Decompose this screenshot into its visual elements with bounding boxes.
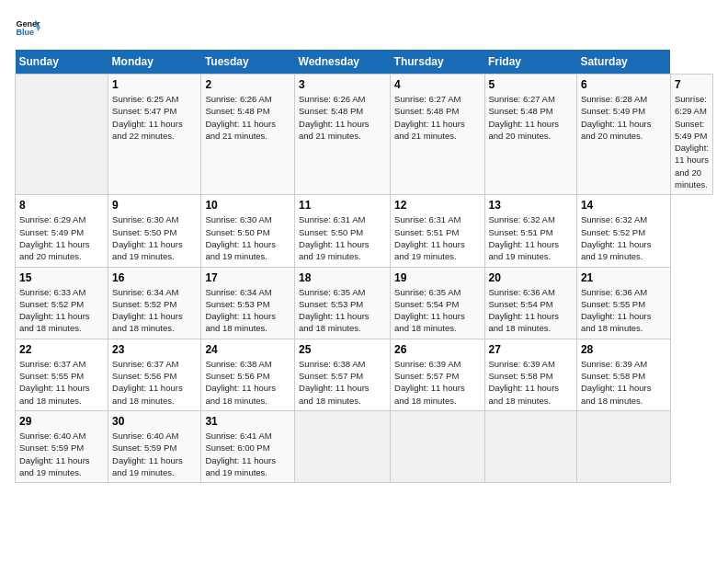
day-content: Sunrise: 6:37 AM Sunset: 5:56 PM Dayligh… (112, 358, 197, 407)
day-content: Sunrise: 6:35 AM Sunset: 5:54 PM Dayligh… (394, 286, 480, 335)
calendar-cell: 1Sunrise: 6:25 AM Sunset: 5:47 PM Daylig… (108, 75, 201, 195)
calendar-week-row: 1Sunrise: 6:25 AM Sunset: 5:47 PM Daylig… (16, 75, 713, 195)
header: General Blue (15, 15, 713, 40)
day-content: Sunrise: 6:26 AM Sunset: 5:48 PM Dayligh… (205, 93, 290, 142)
day-number: 15 (19, 271, 104, 284)
day-content: Sunrise: 6:27 AM Sunset: 5:48 PM Dayligh… (394, 93, 480, 142)
day-header-monday: Monday (108, 50, 201, 75)
calendar-cell (295, 410, 391, 482)
day-header-friday: Friday (484, 50, 576, 75)
day-content: Sunrise: 6:28 AM Sunset: 5:49 PM Dayligh… (581, 93, 666, 142)
day-content: Sunrise: 6:30 AM Sunset: 5:50 PM Dayligh… (112, 213, 197, 262)
calendar-cell: 3Sunrise: 6:26 AM Sunset: 5:48 PM Daylig… (295, 75, 391, 195)
calendar-cell: 19Sunrise: 6:35 AM Sunset: 5:54 PM Dayli… (391, 267, 484, 339)
day-content: Sunrise: 6:38 AM Sunset: 5:56 PM Dayligh… (205, 358, 290, 407)
day-content: Sunrise: 6:36 AM Sunset: 5:54 PM Dayligh… (489, 286, 573, 335)
day-content: Sunrise: 6:34 AM Sunset: 5:53 PM Dayligh… (205, 286, 290, 335)
day-number: 29 (19, 415, 104, 428)
day-number: 26 (394, 343, 480, 356)
day-number: 10 (205, 199, 290, 212)
calendar-cell: 8Sunrise: 6:29 AM Sunset: 5:49 PM Daylig… (16, 195, 108, 267)
day-header-saturday: Saturday (576, 50, 670, 75)
day-header-sunday: Sunday (16, 50, 108, 75)
day-number: 27 (489, 343, 573, 356)
day-content: Sunrise: 6:36 AM Sunset: 5:55 PM Dayligh… (581, 286, 666, 335)
calendar-week-row: 22Sunrise: 6:37 AM Sunset: 5:55 PM Dayli… (16, 339, 713, 410)
day-header-wednesday: Wednesday (295, 50, 391, 75)
calendar-cell: 24Sunrise: 6:38 AM Sunset: 5:56 PM Dayli… (201, 339, 295, 410)
day-number: 9 (112, 199, 197, 212)
day-number: 20 (489, 271, 573, 284)
calendar-cell: 31Sunrise: 6:41 AM Sunset: 6:00 PM Dayli… (201, 410, 295, 482)
calendar-cell: 5Sunrise: 6:27 AM Sunset: 5:48 PM Daylig… (484, 75, 576, 195)
day-content: Sunrise: 6:31 AM Sunset: 5:50 PM Dayligh… (299, 213, 386, 262)
day-number: 30 (112, 415, 197, 428)
calendar-cell: 6Sunrise: 6:28 AM Sunset: 5:49 PM Daylig… (576, 75, 670, 195)
calendar-cell (391, 410, 484, 482)
day-content: Sunrise: 6:41 AM Sunset: 6:00 PM Dayligh… (205, 430, 290, 478)
calendar-cell: 9Sunrise: 6:30 AM Sunset: 5:50 PM Daylig… (108, 195, 201, 267)
calendar-cell: 26Sunrise: 6:39 AM Sunset: 5:57 PM Dayli… (391, 339, 484, 410)
calendar-cell: 10Sunrise: 6:30 AM Sunset: 5:50 PM Dayli… (201, 195, 295, 267)
day-number: 12 (394, 199, 480, 212)
day-content: Sunrise: 6:26 AM Sunset: 5:48 PM Dayligh… (299, 93, 386, 142)
day-content: Sunrise: 6:39 AM Sunset: 5:58 PM Dayligh… (581, 358, 666, 407)
calendar-cell: 22Sunrise: 6:37 AM Sunset: 5:55 PM Dayli… (16, 339, 108, 410)
calendar-week-row: 15Sunrise: 6:33 AM Sunset: 5:52 PM Dayli… (16, 267, 713, 339)
day-header-thursday: Thursday (391, 50, 484, 75)
day-number: 28 (581, 343, 666, 356)
calendar-cell: 27Sunrise: 6:39 AM Sunset: 5:58 PM Dayli… (484, 339, 576, 410)
calendar-header-row: SundayMondayTuesdayWednesdayThursdayFrid… (16, 50, 713, 75)
calendar-cell: 14Sunrise: 6:32 AM Sunset: 5:52 PM Dayli… (576, 195, 670, 267)
calendar-cell: 13Sunrise: 6:32 AM Sunset: 5:51 PM Dayli… (484, 195, 576, 267)
day-content: Sunrise: 6:34 AM Sunset: 5:52 PM Dayligh… (112, 286, 197, 335)
day-number: 19 (394, 271, 480, 284)
calendar-cell: 21Sunrise: 6:36 AM Sunset: 5:55 PM Dayli… (576, 267, 670, 339)
calendar-cell: 28Sunrise: 6:39 AM Sunset: 5:58 PM Dayli… (576, 339, 670, 410)
day-header-tuesday: Tuesday (201, 50, 295, 75)
calendar-cell: 2Sunrise: 6:26 AM Sunset: 5:48 PM Daylig… (201, 75, 295, 195)
day-content: Sunrise: 6:32 AM Sunset: 5:52 PM Dayligh… (581, 213, 666, 262)
calendar-cell (576, 410, 670, 482)
day-content: Sunrise: 6:30 AM Sunset: 5:50 PM Dayligh… (205, 213, 290, 262)
day-number: 8 (19, 199, 104, 212)
day-content: Sunrise: 6:40 AM Sunset: 5:59 PM Dayligh… (19, 430, 104, 478)
calendar-cell: 17Sunrise: 6:34 AM Sunset: 5:53 PM Dayli… (201, 267, 295, 339)
day-number: 25 (299, 343, 386, 356)
calendar-cell: 7Sunrise: 6:29 AM Sunset: 5:49 PM Daylig… (670, 75, 712, 195)
calendar-cell: 11Sunrise: 6:31 AM Sunset: 5:50 PM Dayli… (295, 195, 391, 267)
calendar-cell: 15Sunrise: 6:33 AM Sunset: 5:52 PM Dayli… (16, 267, 108, 339)
calendar-table: SundayMondayTuesdayWednesdayThursdayFrid… (15, 50, 713, 483)
day-content: Sunrise: 6:31 AM Sunset: 5:51 PM Dayligh… (394, 213, 480, 262)
calendar-cell (16, 75, 108, 195)
day-number: 4 (394, 78, 480, 91)
day-content: Sunrise: 6:39 AM Sunset: 5:58 PM Dayligh… (489, 358, 573, 407)
day-number: 24 (205, 343, 290, 356)
day-number: 16 (112, 271, 197, 284)
day-number: 13 (489, 199, 573, 212)
day-number: 5 (489, 78, 573, 91)
calendar-week-row: 29Sunrise: 6:40 AM Sunset: 5:59 PM Dayli… (16, 410, 713, 482)
calendar-cell: 18Sunrise: 6:35 AM Sunset: 5:53 PM Dayli… (295, 267, 391, 339)
day-number: 21 (581, 271, 666, 284)
day-content: Sunrise: 6:29 AM Sunset: 5:49 PM Dayligh… (19, 213, 104, 262)
calendar-cell: 25Sunrise: 6:38 AM Sunset: 5:57 PM Dayli… (295, 339, 391, 410)
day-number: 3 (299, 78, 386, 91)
day-number: 17 (205, 271, 290, 284)
day-content: Sunrise: 6:40 AM Sunset: 5:59 PM Dayligh… (112, 430, 197, 478)
calendar-cell: 30Sunrise: 6:40 AM Sunset: 5:59 PM Dayli… (108, 410, 201, 482)
day-number: 14 (581, 199, 666, 212)
day-content: Sunrise: 6:25 AM Sunset: 5:47 PM Dayligh… (112, 93, 197, 142)
calendar-cell: 23Sunrise: 6:37 AM Sunset: 5:56 PM Dayli… (108, 339, 201, 410)
calendar-cell: 4Sunrise: 6:27 AM Sunset: 5:48 PM Daylig… (391, 75, 484, 195)
day-content: Sunrise: 6:35 AM Sunset: 5:53 PM Dayligh… (299, 286, 386, 335)
day-number: 31 (205, 415, 290, 428)
calendar-cell: 12Sunrise: 6:31 AM Sunset: 5:51 PM Dayli… (391, 195, 484, 267)
logo: General Blue (15, 15, 44, 40)
day-number: 1 (112, 78, 197, 91)
calendar-cell: 20Sunrise: 6:36 AM Sunset: 5:54 PM Dayli… (484, 267, 576, 339)
day-content: Sunrise: 6:39 AM Sunset: 5:57 PM Dayligh… (394, 358, 480, 407)
day-content: Sunrise: 6:33 AM Sunset: 5:52 PM Dayligh… (19, 286, 104, 335)
svg-text:Blue: Blue (16, 28, 34, 37)
day-number: 2 (205, 78, 290, 91)
